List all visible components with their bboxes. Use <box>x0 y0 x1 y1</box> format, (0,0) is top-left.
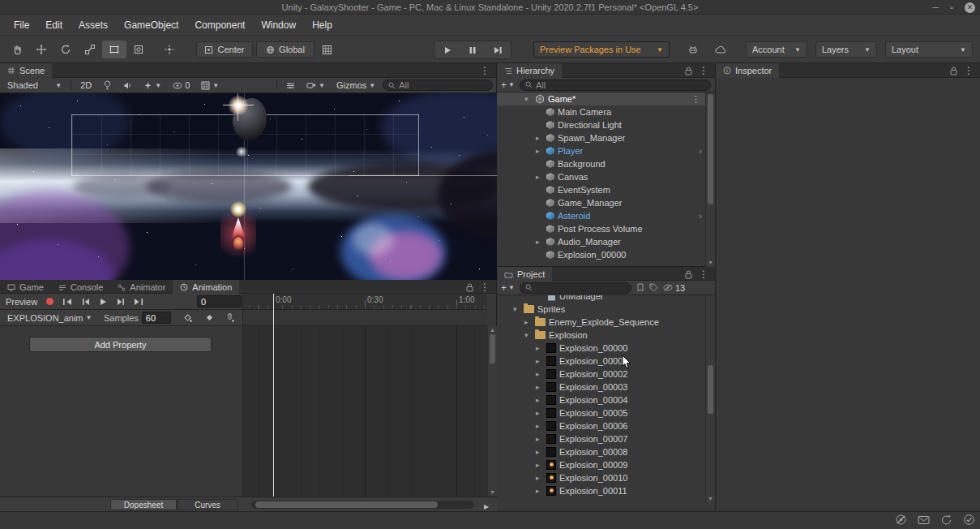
lock-icon[interactable] <box>685 270 692 279</box>
hand-tool-button[interactable] <box>5 41 29 58</box>
gizmos-dropdown[interactable]: Gizmos ▼ <box>332 79 379 92</box>
pause-button[interactable] <box>460 41 485 58</box>
keyframe-button[interactable] <box>200 311 218 325</box>
collab-button[interactable] <box>681 41 705 58</box>
project-item[interactable]: ▸Explosion_00010 <box>497 471 705 484</box>
tab-inspector[interactable]: Inspector <box>716 63 779 78</box>
project-item[interactable]: ▸Explosion_00008 <box>497 445 705 458</box>
project-item[interactable]: ▸Explosion_00006 <box>497 419 705 432</box>
label-tag-icon[interactable] <box>649 283 658 292</box>
foldout-icon[interactable]: ▸ <box>536 357 546 365</box>
project-item[interactable]: ▸Explosion_00001 <box>497 355 705 368</box>
message-icon[interactable] <box>918 515 930 525</box>
lighting-toggle-button[interactable] <box>99 79 116 92</box>
effects-dropdown[interactable]: ▼ <box>139 79 165 92</box>
samples-field[interactable]: 60 <box>142 312 171 324</box>
dopesheet-tab[interactable]: Dopesheet <box>110 499 177 510</box>
tab-animator[interactable]: Animator <box>110 280 173 295</box>
add-event-button[interactable] <box>221 311 239 325</box>
hierarchy-item[interactable]: Directional Light <box>497 118 705 131</box>
play-button[interactable] <box>434 41 460 58</box>
hierarchy-item[interactable]: ▸Spawn_Manager <box>497 131 705 144</box>
tab-game[interactable]: Game <box>0 280 51 295</box>
project-item[interactable]: ▸Explosion_00007 <box>497 432 705 445</box>
dopesheet-grid[interactable] <box>243 326 487 497</box>
foldout-icon[interactable]: ▸ <box>536 422 546 430</box>
tab-project[interactable]: Project <box>497 267 552 282</box>
project-folder[interactable]: ▾ Sprites <box>497 303 705 316</box>
rotate-tool-button[interactable] <box>53 41 78 58</box>
animation-horizontal-scrollbar[interactable] <box>251 501 474 509</box>
move-tool-button[interactable] <box>29 41 53 58</box>
play-animation-button[interactable] <box>94 295 112 308</box>
close-icon[interactable]: ✕ <box>965 2 975 13</box>
add-keyframe-button[interactable] <box>179 311 197 325</box>
foldout-icon[interactable]: ▸ <box>536 487 546 495</box>
prefab-open-arrow-icon[interactable]: › <box>699 211 702 221</box>
scene-menu-icon[interactable]: ⋮ <box>480 63 490 78</box>
project-item[interactable]: ▸Explosion_00003 <box>497 381 705 394</box>
menu-gameobject[interactable]: GameObject <box>117 17 186 33</box>
next-key-button[interactable] <box>112 295 130 308</box>
project-item[interactable]: ▸Explosion_00005 <box>497 406 705 419</box>
first-frame-button[interactable] <box>58 295 76 308</box>
tab-hierarchy[interactable]: Hierarchy <box>497 63 562 78</box>
clip-dropdown[interactable]: EXPLOSION_anim ▼ <box>3 312 94 325</box>
current-frame-field[interactable]: 0 <box>197 295 242 308</box>
project-scrollbar[interactable]: ▼ <box>705 295 715 503</box>
add-property-button[interactable]: Add Property <box>29 337 212 352</box>
2d-toggle-button[interactable]: 2D <box>76 79 96 92</box>
create-asset-dropdown[interactable]: +▼ <box>501 282 515 294</box>
lock-icon[interactable] <box>466 283 473 292</box>
rect-tool-button[interactable] <box>102 41 126 58</box>
foldout-icon[interactable]: ▸ <box>536 461 546 469</box>
timeline-ruler[interactable]: 0:00 0:30 1:00 <box>243 294 487 310</box>
foldout-open-icon[interactable]: ▾ <box>513 305 524 313</box>
tab-scene[interactable]: Scene <box>0 63 52 78</box>
hierarchy-item[interactable]: Explosion_00000 <box>497 248 705 261</box>
scene-row-menu-icon[interactable]: ⋮ <box>691 94 700 105</box>
tool-settings-button[interactable] <box>282 79 299 92</box>
project-item[interactable]: ▸Explosion_00009 <box>497 458 705 471</box>
cloud-button[interactable] <box>708 41 733 58</box>
foldout-icon[interactable]: ▸ <box>536 238 546 246</box>
prefab-open-arrow-icon[interactable]: › <box>699 146 702 156</box>
menu-window[interactable]: Window <box>254 17 303 33</box>
scale-tool-button[interactable] <box>78 41 102 58</box>
tab-animation[interactable]: Animation <box>173 280 239 295</box>
hierarchy-item[interactable]: Main Camera <box>497 105 705 118</box>
refresh-icon[interactable] <box>940 514 952 526</box>
project-menu-icon[interactable]: ⋮ <box>699 267 708 282</box>
minimize-icon[interactable]: ─ <box>932 1 939 14</box>
maximize-icon[interactable]: ▫ <box>950 1 953 14</box>
layout-dropdown[interactable]: Layout ▼ <box>885 41 973 58</box>
prev-key-button[interactable] <box>76 295 94 308</box>
lock-icon[interactable] <box>685 67 692 75</box>
foldout-icon[interactable]: ▸ <box>536 173 546 181</box>
foldout-icon[interactable]: ▸ <box>524 318 535 326</box>
custom-tool-button[interactable] <box>157 41 182 58</box>
hierarchy-item-prefab[interactable]: Asteroid› <box>497 209 705 222</box>
menu-help[interactable]: Help <box>305 17 340 33</box>
project-item-partial[interactable]: UIManager <box>497 295 705 303</box>
pivot-toggle-button[interactable]: Center <box>196 41 253 58</box>
scene-viewport[interactable] <box>0 93 497 280</box>
hierarchy-menu-icon[interactable]: ⋮ <box>699 63 708 78</box>
project-item[interactable]: ▸Explosion_00002 <box>497 368 705 381</box>
hierarchy-item[interactable]: ▸Audio_Manager <box>497 235 705 248</box>
event-keyframe-lane[interactable] <box>243 310 487 326</box>
hierarchy-item[interactable]: EventSystem <box>497 183 705 196</box>
lock-icon[interactable] <box>950 67 957 75</box>
foldout-icon[interactable]: ▸ <box>536 448 546 456</box>
project-search-input[interactable] <box>520 282 631 294</box>
draw-mode-dropdown[interactable]: Shaded ▼ <box>3 79 66 92</box>
preview-button[interactable]: Preview <box>2 295 41 308</box>
foldout-open-icon[interactable]: ▾ <box>524 331 535 339</box>
record-button[interactable] <box>41 295 58 308</box>
hierarchy-item[interactable]: ▸Canvas <box>497 170 705 183</box>
hierarchy-search-input[interactable]: All <box>520 80 711 91</box>
preview-packages-dropdown[interactable]: Preview Packages in Use ▼ <box>533 41 670 58</box>
menu-file[interactable]: File <box>6 17 36 33</box>
curves-tab[interactable]: Curves <box>177 499 238 510</box>
foldout-icon[interactable]: ▸ <box>536 147 546 155</box>
